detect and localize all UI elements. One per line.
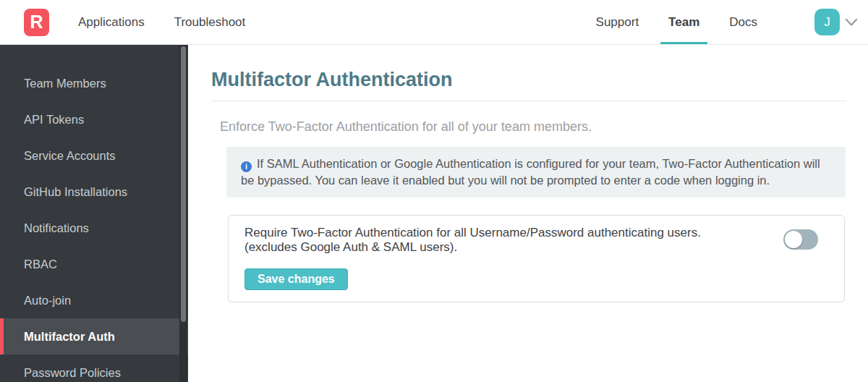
sidebar-item-label: RBAC <box>24 258 57 271</box>
nav-item-support[interactable]: Support <box>596 0 639 44</box>
sidebar-item-label: GitHub Installations <box>24 185 127 199</box>
setting-label-line1: Require Two-Factor Authentication for al… <box>244 226 775 241</box>
setting-text-block: Require Two-Factor Authentication for al… <box>244 226 783 290</box>
primary-nav: Applications Troubleshoot <box>78 0 245 44</box>
nav-item-label: Team <box>668 15 699 30</box>
sidebar-item-label: Multifactor Auth <box>24 330 115 344</box>
sidebar-item-password-policies[interactable]: Password Policies <box>0 355 188 382</box>
sidebar-item-multifactor-auth[interactable]: Multifactor Auth <box>0 318 188 355</box>
toggle-knob <box>785 231 802 248</box>
nav-item-team[interactable]: Team <box>668 0 699 44</box>
info-note: iIf SAML Authentication or Google Authen… <box>226 147 846 198</box>
sidebar-scrollbar-track <box>179 45 187 382</box>
brand-logo[interactable]: R <box>24 9 49 36</box>
avatar[interactable]: J <box>814 9 840 35</box>
sidebar-item-notifications[interactable]: Notifications <box>0 210 188 246</box>
chevron-down-icon[interactable] <box>845 18 858 27</box>
nav-item-docs[interactable]: Docs <box>729 0 757 44</box>
nav-item-label: Applications <box>78 15 145 30</box>
info-note-text: If SAML Authentication or Google Authent… <box>241 157 820 187</box>
sidebar-item-service-accounts[interactable]: Service Accounts <box>0 137 188 174</box>
top-navbar: R Applications Troubleshoot Support Team… <box>0 0 868 45</box>
setting-label-line2: (excludes Google Auth & SAML users). <box>244 240 775 255</box>
user-menu[interactable]: J <box>814 9 858 35</box>
sidebar-item-github-installations[interactable]: GitHub Installations <box>0 174 188 210</box>
sidebar-item-auto-join[interactable]: Auto-join <box>0 282 188 318</box>
nav-item-label: Support <box>596 15 639 30</box>
save-changes-button[interactable]: Save changes <box>244 268 348 290</box>
nav-item-applications[interactable]: Applications <box>78 0 145 44</box>
page-description: Enforce Two-Factor Authentication for al… <box>220 119 868 135</box>
brand-logo-letter: R <box>30 12 43 33</box>
main-content: Multifactor Authentication Enforce Two-F… <box>188 45 868 382</box>
sidebar-item-label: Notifications <box>24 221 89 235</box>
sidebar-item-label: API Tokens <box>24 113 84 127</box>
two-factor-toggle[interactable] <box>783 229 818 250</box>
sidebar-item-rbac[interactable]: RBAC <box>0 246 188 282</box>
nav-item-label: Docs <box>729 15 757 30</box>
nav-item-troubleshoot[interactable]: Troubleshoot <box>174 0 246 44</box>
sidebar-scrollbar-thumb[interactable] <box>181 46 186 322</box>
nav-item-label: Troubleshoot <box>174 15 246 30</box>
sidebar-item-label: Auto-join <box>24 294 71 307</box>
secondary-nav: Support Team Docs J <box>596 0 858 44</box>
sidebar-item-label: Team Members <box>24 77 106 90</box>
sidebar-item-label: Service Accounts <box>24 149 116 163</box>
sidebar-item-api-tokens[interactable]: API Tokens <box>0 101 188 137</box>
two-factor-setting-card: Require Two-Factor Authentication for al… <box>228 215 845 302</box>
info-icon: i <box>241 161 252 172</box>
settings-sidebar: Team Members API Tokens Service Accounts… <box>0 45 188 382</box>
title-divider <box>211 101 846 101</box>
page-title: Multifactor Authentication <box>211 69 868 91</box>
sidebar-item-label: Password Policies <box>24 366 121 380</box>
save-changes-label: Save changes <box>258 273 335 286</box>
avatar-initial: J <box>824 15 830 30</box>
sidebar-item-team-members[interactable]: Team Members <box>0 65 188 101</box>
